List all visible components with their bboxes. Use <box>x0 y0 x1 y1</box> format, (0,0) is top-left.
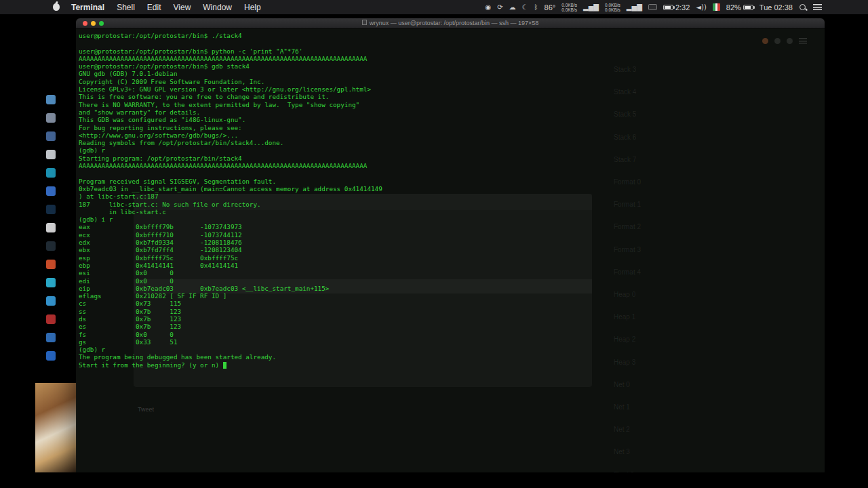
battery-time-status[interactable]: 2:32 <box>663 3 690 12</box>
ghost-panel-item: Format 0 <box>614 178 641 186</box>
dock-icon-navy-app[interactable] <box>46 205 56 214</box>
dock-icon-skype[interactable] <box>46 296 56 306</box>
ghost-panel-item: Heap 1 <box>614 313 635 321</box>
terminal-line: ss 0x7b 123 <box>79 308 382 315</box>
dock-icon-textedit[interactable] <box>46 150 56 159</box>
ghost-panel-item: Stack 5 <box>614 110 636 118</box>
memory-bars-icon[interactable]: ▂▅▇ <box>627 3 642 11</box>
dock-icon-cyan-app[interactable] <box>46 278 56 287</box>
ghost-panel-item: Net 2 <box>614 426 630 433</box>
ghost-panel-item: Stack 6 <box>614 134 636 141</box>
terminal-line: AAAAAAAAAAAAAAAAAAAAAAAAAAAAAAAAAAAAAAAA… <box>79 55 382 62</box>
terminal-line: GNU gdb (GDB) 7.0.1-debian <box>79 70 382 77</box>
terminal-line: (gdb) r <box>79 146 382 154</box>
terminal-line: For bug reporting instructions, please s… <box>79 124 382 131</box>
dock-icon-notes[interactable] <box>46 113 56 123</box>
ghost-button-icon <box>774 38 781 44</box>
terminal-line: 0xb7eadc03 in __libc_start_main (main=Ca… <box>79 185 382 192</box>
dock-icon-downloader[interactable] <box>46 260 56 269</box>
terminal-line: This is free software: you are free to c… <box>79 93 382 100</box>
cpu-bars-icon[interactable]: ▂▅▇ <box>583 3 599 11</box>
terminal-line: user@protostar:/opt/protostar/bin$ gdb s… <box>79 62 382 70</box>
dock-icon-mail[interactable] <box>46 95 56 104</box>
menu-item-shell[interactable]: Shell <box>111 3 141 12</box>
terminal-line: AAAAAAAAAAAAAAAAAAAAAAAAAAAAAAAAAAAAAAAA… <box>79 162 382 169</box>
ghost-panel-item: Net 1 <box>614 403 630 411</box>
terminal-lines: user@protostar:/opt/protostar/bin$ ./sta… <box>79 32 382 369</box>
dock-icon-finder[interactable] <box>46 131 56 141</box>
temperature-status[interactable]: 86° <box>545 3 556 12</box>
terminal-line: ebx 0xb7fd7ff4 -1208123404 <box>79 246 382 253</box>
clock-status[interactable]: Tue 02:38 <box>760 3 793 12</box>
dock-icon-dark-app[interactable] <box>46 241 56 251</box>
terminal-line: ebp 0x41414141 0x41414141 <box>79 262 382 269</box>
terminal-line: eax 0xbffff79b -1073743973 <box>79 223 382 230</box>
net-speed-2[interactable]: 0.0KB/s 0.0KB/s <box>605 3 620 12</box>
net-down-1: 0.0KB/s <box>561 7 577 12</box>
display-icon[interactable] <box>648 4 657 10</box>
menu-item-window[interactable]: Window <box>197 3 238 12</box>
close-button[interactable] <box>83 21 87 26</box>
ghost-panel: Stack 3Stack 4Stack 5Stack 6Stack 7Forma… <box>614 29 749 472</box>
terminal-line: in libc-start.c <box>79 208 382 216</box>
menu-item-help[interactable]: Help <box>238 3 267 12</box>
ghost-panel-item: Format 2 <box>614 223 641 230</box>
terminal-line: (gdb) i r <box>79 216 382 223</box>
ghost-panel-item: Final 0 <box>614 471 634 472</box>
terminal-line: gs 0x33 51 <box>79 338 382 346</box>
moon-icon[interactable]: ☾ <box>522 3 528 11</box>
ghost-menu-icon <box>799 38 807 44</box>
terminal-line: fs 0x0 0 <box>79 331 382 338</box>
terminal-line: edi 0x0 0 <box>79 277 382 285</box>
terminal-window: wrynux — user@protostar: /opt/protostar/… <box>76 18 825 472</box>
dock-icon-blue-app-2[interactable] <box>46 333 56 342</box>
battery-time-label: 2:32 <box>675 3 690 12</box>
status-area: ◉ ⟳ ☁ ☾ ᛒ 86° 0.0KB/s 0.0KB/s ▂▅▇ 0.0KB/… <box>485 3 868 12</box>
terminal-line: user@protostar:/opt/protostar/bin$ pytho… <box>79 47 382 55</box>
battery-percent-status[interactable]: 82% <box>726 3 753 12</box>
keyboard-layout-flag-icon[interactable] <box>713 3 720 11</box>
tweet-button-ghost: Tweet <box>138 406 154 413</box>
menu-item-edit[interactable]: Edit <box>141 3 167 12</box>
volume-icon[interactable]: ◄)) <box>696 3 707 11</box>
net-down-2: 0.0KB/s <box>605 7 620 12</box>
terminal-title-bar[interactable]: wrynux — user@protostar: /opt/protostar/… <box>76 18 825 28</box>
record-icon[interactable]: ◉ <box>485 3 491 11</box>
dock-icon-safari[interactable] <box>46 168 56 178</box>
dock-icon-spotlight-app[interactable] <box>46 351 56 361</box>
battery-icon <box>663 5 673 10</box>
terminal-line: 187 libc-start.c: No such file or direct… <box>79 201 382 208</box>
dock-icon-x11[interactable] <box>46 223 56 232</box>
zoom-button[interactable] <box>99 21 104 26</box>
battery-percent-label: 82% <box>726 3 741 12</box>
net-speed-1[interactable]: 0.0KB/s 0.0KB/s <box>561 3 577 12</box>
menu-item-view[interactable]: View <box>167 3 197 12</box>
menu-item-terminal[interactable]: Terminal <box>65 3 111 12</box>
minimize-button[interactable] <box>91 21 96 26</box>
cloud-icon[interactable]: ☁ <box>509 3 516 11</box>
terminal-line: (gdb) r <box>79 346 382 353</box>
terminal-line: Program received signal SIGSEGV, Segment… <box>79 178 382 185</box>
terminal-line: Start it from the beginning? (y or n) <box>79 361 382 369</box>
terminal-line: Starting program: /opt/protostar/bin/sta… <box>79 155 382 162</box>
terminal-content[interactable]: Tweet Stack 3Stack 4Stack 5Stack 6Stack … <box>76 29 825 472</box>
apple-icon[interactable] <box>53 3 60 11</box>
spotlight-search-icon[interactable] <box>799 3 807 12</box>
notification-center-icon[interactable] <box>813 4 822 11</box>
proxy-document-icon <box>362 20 367 25</box>
sync-icon[interactable]: ⟳ <box>497 3 502 11</box>
terminal-line: and "show warranty" for details. <box>79 108 382 116</box>
terminal-line: esi 0x0 0 <box>79 269 382 277</box>
bluetooth-icon[interactable]: ᛒ <box>534 3 538 11</box>
dock-icon-pdf-reader[interactable] <box>46 314 56 324</box>
ghost-button-icon <box>762 38 768 44</box>
ghost-panel-item: Format 4 <box>614 268 641 276</box>
dock-icon-blue-app[interactable] <box>46 186 56 196</box>
ghost-panel-item: Net 3 <box>614 448 630 455</box>
ghost-panel-item: Heap 0 <box>614 291 635 298</box>
terminal-line <box>79 39 382 47</box>
terminal-line: ecx 0xbffff710 -1073744112 <box>79 231 382 239</box>
battery-icon-2 <box>743 5 753 10</box>
terminal-line: eip 0xb7eadc03 0xb7eadc03 <__libc_start_… <box>79 285 382 292</box>
ghost-panel-item: Stack 7 <box>614 156 636 163</box>
